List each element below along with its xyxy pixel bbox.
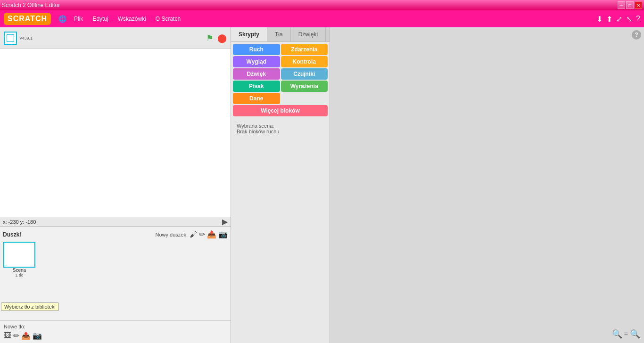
block-cat-zdarzenia[interactable]: Zdarzenia	[281, 44, 328, 55]
new-sprite-camera-icon[interactable]: 📷	[218, 230, 228, 239]
menu-wskazowki[interactable]: Wskazówki	[113, 13, 151, 25]
sprites-list: Scena 1 tło	[3, 242, 228, 278]
new-bg-label: Nowe tło:	[4, 324, 227, 329]
tab-dzwieki[interactable]: Dźwięki	[291, 27, 326, 41]
zoom-reset-button[interactable]: =	[624, 330, 628, 338]
help-menu-icon[interactable]: ?	[636, 15, 640, 23]
no-blocks-message: Brak bloków ruchu	[237, 129, 324, 134]
center-panel: Skrypty Tła Dźwięki Ruch Zdarzenia Wyglą…	[231, 27, 330, 343]
sprite-sublabel: 1 tło	[15, 273, 23, 278]
block-cat-pisak[interactable]: Pisak	[233, 81, 280, 92]
download-icon[interactable]: ⬇	[596, 15, 603, 24]
stage-area	[0, 49, 231, 217]
menu-o-scratch[interactable]: O Scratch	[151, 13, 185, 25]
tab-tla[interactable]: Tła	[267, 27, 291, 41]
titlebar-left: Scratch 2 Offline Editor	[2, 2, 60, 8]
titlebar-title: Scratch 2 Offline Editor	[2, 2, 60, 8]
upload-icon[interactable]: ⬆	[606, 15, 612, 24]
main-layout: v439.1 ⚑ ⬤ x: -230 y: -180 ▶ Duszki Nowy…	[0, 27, 644, 343]
stage-footer: x: -230 y: -180 ▶	[0, 217, 231, 226]
fullscreen-icon[interactable]: ⤢	[616, 15, 622, 24]
zoom-controls: 🔍 = 🔍	[612, 329, 640, 339]
stage-canvas-icon	[4, 32, 17, 45]
block-cat-ruch[interactable]: Ruch	[233, 44, 280, 55]
block-cat-czujniki[interactable]: Czujniki	[281, 68, 328, 80]
maximize-button[interactable]: □	[626, 1, 634, 9]
new-sprite-paint-icon[interactable]: 🖌	[190, 230, 197, 239]
bg-draw-icon[interactable]: ✏	[13, 331, 19, 340]
toolbar-icons: ⬇ ⬆ ⤢ ⤡ ?	[596, 15, 640, 24]
scripts-area: ? 🔍 = 🔍	[330, 27, 644, 343]
sprite-item-scena[interactable]: Scena 1 tło	[3, 242, 36, 278]
new-sprite-label: Nowy duszek:	[156, 232, 188, 237]
stage-icon	[7, 34, 14, 42]
minimize-button[interactable]: ─	[618, 1, 625, 9]
bg-icons: 🖼 ✏ 📤 📷	[4, 331, 227, 340]
bg-upload-icon[interactable]: 📤	[21, 331, 31, 340]
titlebar: Scratch 2 Offline Editor ─ □ ✕	[0, 0, 644, 10]
stage-toolbar: v439.1 ⚑ ⬤	[0, 27, 231, 49]
bg-library-icon[interactable]: 🖼	[4, 331, 11, 340]
sprites-header: Duszki Nowy duszek: 🖌 ✏ 📤 📷	[3, 230, 228, 239]
sprites-title: Duszki	[3, 231, 21, 238]
scratch-logo: SCRATCH	[4, 13, 51, 25]
tabs: Skrypty Tła Dźwięki	[231, 27, 330, 42]
green-flag-button[interactable]: ⚑	[206, 33, 214, 43]
block-cat-wyglad[interactable]: Wygląd	[233, 56, 280, 67]
bg-camera-icon[interactable]: 📷	[33, 331, 42, 340]
stage-expand-icon[interactable]: ▶	[222, 217, 228, 226]
selected-info: Wybrana scena: Brak bloków ruchu	[233, 120, 328, 137]
shrink-icon[interactable]: ⤡	[626, 15, 632, 24]
svg-rect-0	[7, 34, 14, 42]
block-cat-kontrola[interactable]: Kontrola	[281, 56, 328, 67]
version-label: v439.1	[20, 36, 33, 41]
block-cat-wiecej[interactable]: Więcej bloków	[233, 105, 328, 116]
sprite-label: Scena	[13, 268, 26, 273]
menu-edytuj[interactable]: Edytuj	[88, 13, 113, 25]
new-sprite-upload-icon[interactable]: 📤	[207, 230, 216, 239]
globe-icon[interactable]: 🌐	[56, 13, 69, 24]
block-cat-dzwiek[interactable]: Dźwięk	[233, 68, 280, 80]
tab-skrypty[interactable]: Skrypty	[231, 27, 267, 41]
zoom-out-button[interactable]: 🔍	[612, 329, 622, 339]
stop-button[interactable]: ⬤	[217, 33, 227, 43]
help-icon[interactable]: ?	[632, 30, 641, 40]
sprite-thumb-scena	[3, 242, 35, 268]
new-sprite-area: Nowy duszek: 🖌 ✏ 📤 📷	[156, 230, 228, 239]
stage-panel: v439.1 ⚑ ⬤ x: -230 y: -180 ▶ Duszki Nowy…	[0, 27, 231, 343]
block-cat-wyrazenia[interactable]: Wyrażenia	[281, 81, 328, 92]
new-sprite-draw-icon[interactable]: ✏	[199, 230, 205, 239]
stage-toolbar-left: v439.1	[4, 32, 33, 45]
blocks-panel: Ruch Zdarzenia Wygląd Kontrola Dźwięk Cz…	[231, 42, 330, 343]
selected-scene-label: Wybrana scena:	[237, 123, 324, 129]
menu-plik[interactable]: Plik	[69, 13, 88, 25]
close-button[interactable]: ✕	[635, 1, 642, 9]
zoom-in-button[interactable]: 🔍	[630, 329, 640, 339]
tooltip: Wybierz tło z biblioteki	[1, 302, 59, 311]
stage-coords: x: -230 y: -180	[3, 219, 36, 225]
menubar: SCRATCH 🌐 Plik Edytuj Wskazówki O Scratc…	[0, 10, 644, 27]
titlebar-controls: ─ □ ✕	[618, 1, 642, 9]
stage-toolbar-right: ⚑ ⬤	[206, 33, 227, 43]
backgrounds-panel: Nowe tło: 🖼 ✏ 📤 📷	[0, 320, 231, 343]
block-categories: Ruch Zdarzenia Wygląd Kontrola Dźwięk Cz…	[233, 44, 328, 116]
block-cat-dane[interactable]: Dane	[233, 93, 280, 104]
